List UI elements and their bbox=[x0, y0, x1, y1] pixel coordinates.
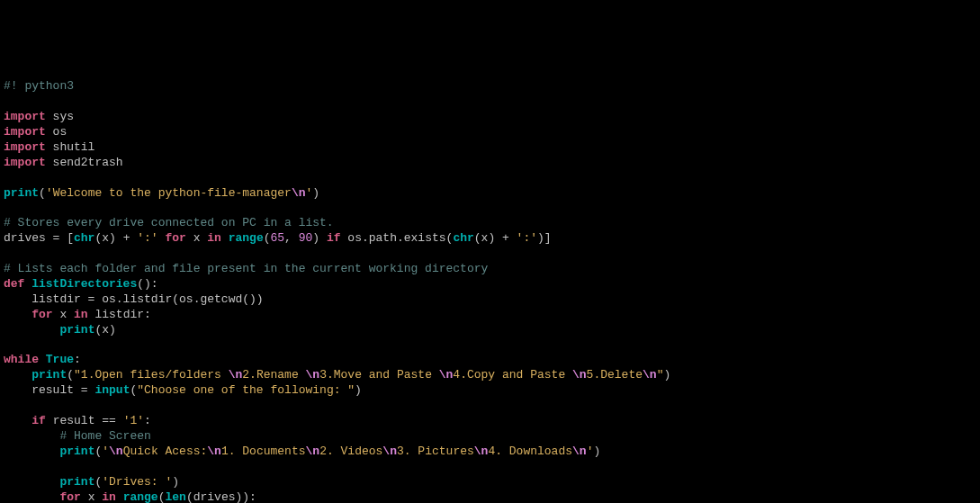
line-qa: print('\nQuick Acess:\n1. Documents\n2. … bbox=[4, 445, 600, 458]
line-menu: print("1.Open files/folders \n2.Rename \… bbox=[4, 368, 670, 382]
shebang-hash: #! bbox=[4, 79, 18, 93]
code-editor[interactable]: #! python3 import sys import os import s… bbox=[4, 65, 980, 503]
shebang-text: python3 bbox=[18, 79, 74, 93]
line-import-4: import send2trash bbox=[4, 156, 123, 169]
line-comment-2: # Lists each folder and file present in … bbox=[4, 262, 488, 275]
line-welcome: print('Welcome to the python-file-manage… bbox=[4, 186, 319, 200]
line-for2: for x in range(len(drives)): bbox=[4, 490, 256, 504]
line-result: result = input("Choose one of the follow… bbox=[4, 383, 362, 397]
line-while1: while True: bbox=[4, 353, 81, 366]
line-drives: drives = [chr(x) + ':' for x in range(65… bbox=[4, 231, 552, 245]
line-funcdef: def listDirectories(): bbox=[4, 277, 158, 291]
line-body3: print(x) bbox=[4, 323, 116, 337]
line-comment-3: # Home Screen bbox=[4, 429, 151, 443]
line-if1: if result == '1': bbox=[4, 414, 151, 427]
line-import-1: import sys bbox=[4, 110, 74, 123]
line-body1: listdir = os.listdir(os.getcwd()) bbox=[4, 292, 264, 306]
line-import-2: import os bbox=[4, 125, 67, 139]
line-body2: for x in listdir: bbox=[4, 308, 151, 321]
line-shebang: #! python3 bbox=[4, 79, 74, 93]
line-comment-1: # Stores every drive connected on PC in … bbox=[4, 216, 334, 229]
line-drv: print('Drives: ') bbox=[4, 475, 179, 489]
line-import-3: import shutil bbox=[4, 140, 94, 154]
